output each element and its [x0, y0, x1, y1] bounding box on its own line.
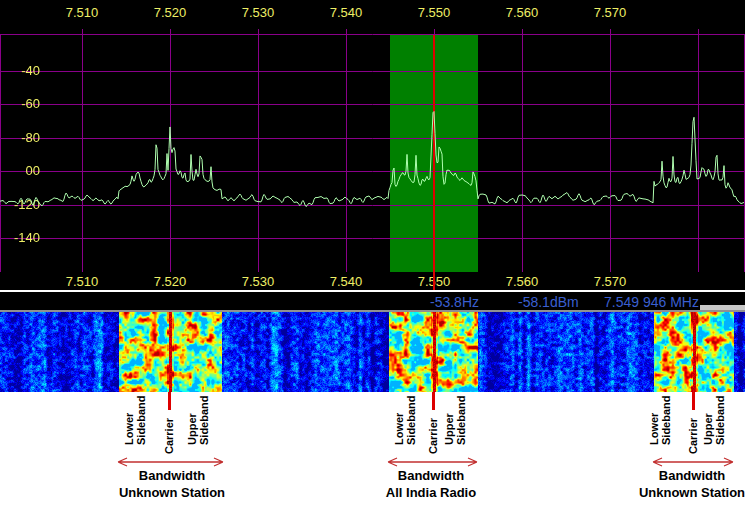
carrier-label: Carrier — [163, 410, 175, 454]
frequency-scale-top: 7.5107.5207.5307.5407.5507.5607.570 — [0, 0, 745, 34]
freq-tick-label: 7.510 — [60, 5, 104, 20]
freq-tick-label: 7.530 — [236, 274, 280, 289]
carrier-pointer-line — [432, 392, 435, 410]
lower-sideband-label: Lower Sideband — [123, 392, 147, 445]
bandwidth-label: Bandwidth — [612, 468, 745, 483]
bandwidth-label: Bandwidth — [92, 468, 252, 483]
carrier-pointer-line — [692, 392, 695, 410]
lower-sideband-label: Lower Sideband — [648, 392, 672, 445]
spectrum-trace-canvas — [0, 34, 745, 272]
spectrum-panel: -40-60-8000-120-140 7.5107.5207.5307.540… — [0, 0, 745, 290]
frequency-readout: 7.549 946 MHz — [604, 294, 699, 310]
annotation-area: Lower Sideband Carrier Upper Sideband Ba… — [0, 392, 745, 507]
freq-tick-label: 7.540 — [324, 274, 368, 289]
signal-level-readout: -58.1dBm — [518, 294, 579, 310]
freq-tick-label: 7.570 — [588, 274, 632, 289]
freq-tick-label: 7.510 — [60, 274, 104, 289]
freq-tick-label: 7.520 — [148, 5, 192, 20]
freq-tick-label: 7.560 — [500, 5, 544, 20]
waterfall-canvas[interactable] — [0, 312, 745, 392]
bandwidth-arrow — [387, 456, 478, 468]
carrier-pointer-line — [168, 392, 171, 410]
bandwidth-arrow — [652, 456, 734, 468]
lower-sideband-label: Lower Sideband — [393, 392, 417, 445]
carrier-label: Carrier — [687, 410, 699, 454]
carrier-line-extension — [433, 272, 435, 290]
freq-tick-label: 7.550 — [412, 5, 456, 20]
upper-sideband-label: Upper Sideband — [443, 392, 467, 445]
upper-sideband-label: Upper Sideband — [702, 392, 726, 445]
station-name-label: All India Radio — [351, 485, 511, 500]
sdr-app-window: -40-60-8000-120-140 7.5107.5207.5307.540… — [0, 0, 745, 507]
freq-tick-label: 7.570 — [588, 5, 632, 20]
freq-tick-label: 7.520 — [148, 274, 192, 289]
freq-tick-label: 7.530 — [236, 5, 280, 20]
upper-sideband-label: Upper Sideband — [186, 392, 210, 445]
freq-tick-label: 7.540 — [324, 5, 368, 20]
carrier-label: Carrier — [427, 410, 439, 454]
station-name-label: Unknown Station — [612, 485, 745, 500]
status-bar: -53.8Hz -58.1dBm 7.549 946 MHz — [0, 292, 745, 310]
frequency-scale-bottom: 7.5107.5207.5307.5407.5507.5607.570 — [0, 272, 745, 290]
freq-tick-label: 7.560 — [500, 274, 544, 289]
bandwidth-arrow — [117, 456, 224, 468]
tuning-offset-readout: -53.8Hz — [430, 294, 479, 310]
station-name-label: Unknown Station — [92, 485, 252, 500]
bandwidth-label: Bandwidth — [351, 468, 511, 483]
